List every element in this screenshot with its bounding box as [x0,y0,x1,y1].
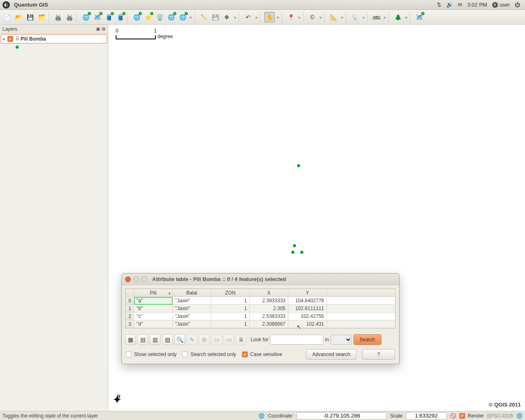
labeling-button[interactable]: ABC [371,12,382,23]
layers-panel-close-icon[interactable]: ⊠ [102,26,105,32]
table-row: 2 "c" "Jasin" 1 2.5383333 102.42755 [126,313,395,320]
mail-icon[interactable]: ✉ [458,2,462,8]
invert-selection-button[interactable]: ▥ [150,334,160,345]
save-as-button[interactable]: 🗂️ [36,12,47,23]
delete-column-button[interactable]: ▭ [224,334,234,345]
main-toolbar: 📄 📂 💾 🗂️ 🖨️ 🖨️ 🌐+ 🗺️+ 🛢️+ 🛢️+ 🌐+ ⭐+ 🗑️ 🌐… [0,10,525,25]
gps-button[interactable]: 📡 [350,12,361,23]
add-wfs-layer-button[interactable]: 🌐+ [177,12,188,23]
field-calculator-button[interactable]: 🖩 [236,334,247,345]
map-point [293,244,296,247]
crs-icon[interactable]: 🌐 [516,413,523,419]
clock[interactable]: 3:02 PM [467,2,487,8]
toolbar-overflow-9[interactable]: » [383,15,387,20]
extents-icon[interactable]: 🌐 [258,413,265,419]
toolbar-overflow-1[interactable]: » [189,15,193,20]
attribute-table-dialog: Attribute table - Pili Bomba :: 0 / 4 fe… [121,273,399,364]
col-header-x[interactable]: X [250,289,288,297]
coordinate-label: Coordinate: [268,413,293,419]
col-header-balai[interactable]: Balai [173,289,211,297]
scale-label: Scale [390,413,402,419]
render-checkbox[interactable]: ✔Render [459,413,484,419]
ubuntu-logo-icon[interactable]: ◐ [2,1,10,9]
layers-panel-undock-icon[interactable]: ▣ [96,26,100,32]
in-label: in [325,337,329,342]
new-project-button[interactable]: 📄 [2,12,12,23]
save-edits-button[interactable]: 💾 [210,12,221,23]
volume-icon[interactable]: 🔊 [446,2,453,8]
new-vector-layer-button[interactable]: 🌐+ [131,12,142,23]
toolbar-overflow-6[interactable]: » [319,15,323,20]
layers-panel-title: Layers [2,26,94,32]
col-header-pili[interactable]: Pili▴ [134,289,173,297]
stop-render-icon[interactable]: 🚫 [450,413,456,419]
col-header-y[interactable]: Y [288,289,327,297]
add-raster-layer-button[interactable]: 🗺️+ [92,12,103,23]
crs-label[interactable]: EPSG:4326 [487,413,513,419]
new-bookmark-button[interactable]: ⭐+ [143,12,153,23]
add-wms-layer-button[interactable]: 🌐+ [166,12,176,23]
in-select[interactable] [331,335,352,345]
move-feature-button[interactable]: ✥ [221,12,232,23]
case-sensitive-checkbox[interactable]: ✔Case sensitive [242,352,282,357]
dialog-maximize-icon[interactable] [142,276,147,282]
coordinate-input[interactable] [297,412,387,420]
app-title: Quantum GIS [14,2,48,8]
col-header-blank [327,289,395,297]
search-button[interactable]: Search [354,334,381,345]
move-to-top-button[interactable]: ▤ [137,334,148,345]
show-selected-only-checkbox[interactable]: Show selected only [126,352,176,357]
lookfor-label: Look for [251,337,268,342]
search-selected-only-checkbox[interactable]: Search selected only [182,352,236,357]
measure-button[interactable]: 📐 [329,12,339,23]
toolbar-overflow-8[interactable]: » [361,15,365,20]
dialog-titlebar[interactable]: Attribute table - Pili Bomba :: 0 / 4 fe… [122,274,399,285]
add-vector-layer-button[interactable]: 🌐+ [80,12,91,23]
add-postgis-layer-button[interactable]: 🛢️+ [103,12,114,23]
unselect-all-button[interactable]: ▦ [125,334,136,345]
toolbar-overflow-7[interactable]: » [340,15,344,20]
toolbar-overflow-10[interactable]: » [404,15,408,20]
remove-layer-button[interactable]: 🗑️ [154,12,165,23]
zoom-to-selected-button[interactable]: 🔍 [174,334,185,345]
layer-visibility-checkbox[interactable]: ✔ [7,36,13,42]
pan-button[interactable]: ✋ [264,12,275,23]
layer-item-pili-bomba[interactable]: ▾ ✔ ⠿ Pili Bomba [1,34,107,43]
toolbar-overflow-3[interactable]: » [254,15,258,20]
identify-button[interactable]: 📍 [286,12,297,23]
status-bar: Toggles the editing state of the current… [0,411,525,420]
table-row: 3 "d" "Jasin" 1 2.3066667 102.431 [126,320,395,328]
layer-expand-icon[interactable]: ▾ [3,37,5,41]
power-icon[interactable]: ⏻ [515,2,520,8]
copy-rows-button[interactable]: ▧ [162,334,173,345]
map-copyright: © QGIS 2011 [489,402,521,408]
toolbar-overflow-4[interactable]: » [276,15,280,20]
scale-input[interactable] [406,412,447,420]
add-spatialite-layer-button[interactable]: 🛢️+ [115,12,126,23]
attribute-grid[interactable]: Pili▴ Balai ZON X Y 0 "a" "Jasin" 1 2.39… [125,288,396,329]
user-menu[interactable]: ✕user [492,2,510,8]
toggle-editing-button[interactable]: ✎ [187,334,197,345]
network-icon[interactable]: ⇅ [437,2,441,8]
delete-selected-button[interactable]: ⊘ [199,334,210,345]
col-header-zon[interactable]: ZON [211,289,250,297]
advanced-search-button[interactable]: Advanced search [306,349,356,360]
plugin-button-2[interactable]: 🗺️+ [414,12,425,23]
plugin-button-1[interactable]: 🌲 [393,12,403,23]
toolbar-overflow-2[interactable]: » [233,15,237,20]
status-hint: Toggles the editing state of the current… [2,413,98,419]
lookfor-input[interactable] [270,335,323,345]
print-composer-button[interactable]: 🖨️ [52,12,63,23]
dialog-close-icon[interactable] [125,276,131,282]
new-column-button[interactable]: ▭ [211,334,222,345]
save-project-button[interactable]: 💾 [25,12,35,23]
open-project-button[interactable]: 📂 [13,12,24,23]
help-button[interactable]: ? [362,349,395,360]
copyright-tool-button[interactable]: © [307,12,318,23]
composer-manager-button[interactable]: 🖨️ [64,12,75,23]
edit-pencil-button[interactable]: ✏️ [199,12,209,23]
grid-corner [126,289,134,297]
dialog-minimize-icon[interactable] [133,276,139,282]
toolbar-overflow-5[interactable]: » [297,15,301,20]
undo-button[interactable]: ↶ [243,12,253,23]
